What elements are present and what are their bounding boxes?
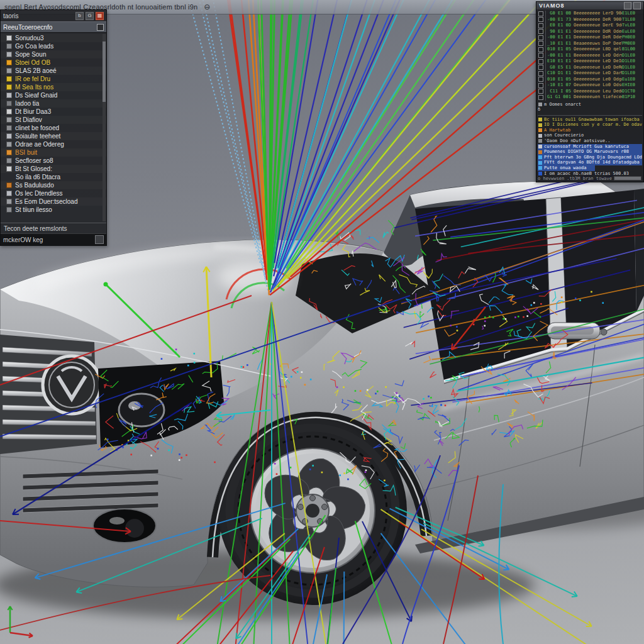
tree-item[interactable]: Dt Biur Daa3 [1, 108, 106, 116]
cell-desc: Oeeeeeeeee DdR Odeu [574, 29, 622, 35]
message-log: m Oomes onarctδBc tiis ou11 Gnawawbam to… [536, 101, 643, 182]
tree-filter-input[interactable]: mckerOW keg [1, 233, 106, 245]
cell-desc: Oeeeeeeeue LeD DarM [574, 70, 622, 77]
tree-item[interactable]: Iadoo tia [1, 99, 106, 108]
cell-value: EuLE0 [622, 29, 643, 35]
tree-item[interactable]: Ds Sieaf Gnaid [1, 91, 106, 99]
row-checkbox[interactable] [538, 47, 543, 52]
tree-item[interactable]: IR oe fel Dru [1, 75, 106, 83]
tree-item[interactable]: Sope Soun [1, 50, 106, 58]
tree-item-label: Bt St Glosed: [15, 165, 52, 172]
log-hscrollbar[interactable] [614, 176, 641, 180]
row-checkbox[interactable] [538, 89, 543, 94]
table-row[interactable]: G0 E5 E1Oeueeeoeue LeD DeRmD1LE0 [538, 65, 643, 71]
tree-item-label: Ss Badulusdo [15, 182, 54, 189]
log-line[interactable]: Putte onua waoda [538, 165, 595, 171]
row-checkbox[interactable] [538, 29, 543, 34]
tree-toolbar-icon[interactable]: b [75, 12, 84, 20]
door-handle [547, 323, 607, 339]
row-checkbox[interactable] [538, 65, 543, 70]
tree-item-label: Dt Biur Daa3 [15, 108, 51, 115]
row-checkbox[interactable] [538, 23, 543, 28]
row-checkbox[interactable] [538, 35, 543, 40]
cell-value: B1L00 [622, 47, 643, 53]
cell-value: T1LE0 [622, 17, 643, 23]
output-panel-title: VIAMO8 [539, 3, 622, 9]
row-checkbox[interactable] [538, 95, 543, 100]
tree-item[interactable]: Soiaulte teeheet [1, 132, 106, 140]
tree-item-label: Soiaulte teeheet [15, 133, 60, 140]
collapse-box-icon[interactable] [97, 24, 104, 31]
tree-item[interactable]: Os lec Dtendless [1, 189, 106, 197]
table-row[interactable]: G1 G1 001Deeeeeeuen tiefeceer'B1P10 [538, 94, 643, 101]
log-line-text: 'Oaom Doo nDuf aotsivue.. [544, 138, 610, 144]
log-line[interactable]: FVft dargvan 4o BDftd 14d Dfatadguba baS [538, 160, 642, 165]
tree-item[interactable]: So ila d6 Dtacra [1, 173, 106, 181]
table-row[interactable]: -00 E1 E1Beeeeeeeee LeD OdrmD1LE0 [538, 53, 643, 59]
table-row[interactable]: -00 E1 E1Deeeeeeeue DeR DdeyPH0E0 [538, 35, 643, 41]
tree-item[interactable]: Es Eom Duer:tsecload [1, 197, 106, 206]
tree-item-icon [6, 109, 12, 114]
tree-scrollbar[interactable] [103, 34, 106, 221]
window-menu-icon[interactable]: ⊖ [204, 3, 210, 11]
row-checkbox[interactable] [538, 17, 543, 22]
table-row[interactable]: _10 E1 E1Beaaeeeuws DoP DeeYPM0E0 [538, 41, 643, 47]
cell-id: C11 I 05 [545, 89, 574, 95]
tree-item-icon [6, 125, 12, 131]
tree-item[interactable]: St Diafiov [1, 116, 106, 124]
row-checkbox[interactable] [538, 11, 543, 16]
table-row[interactable]: C11 I 05Oeeeeeeaue Leu DedeImD1CT0 [538, 89, 643, 95]
tree-item-label: clinet be fosoed [15, 125, 59, 131]
tree-item[interactable]: St tiiun ilesso [1, 206, 106, 214]
row-checkbox[interactable] [538, 77, 543, 82]
tree-toolbar-icon[interactable]: G [86, 12, 94, 20]
tree-footer[interactable]: Tecon deete remslonts [1, 223, 106, 233]
panel-close-button[interactable] [633, 2, 641, 9]
cell-desc: Oeeeeeeaue Leu DedeIm [574, 89, 622, 95]
table-row[interactable]: E10 E1 E1Oeeeeeeeee LeD DeImD1LE0 [538, 58, 643, 65]
table-row[interactable]: G0 E1 0BBeeeeeeeee LerD 90e0dE1LE0 [538, 11, 643, 17]
tree-item-label: BSI buit [15, 149, 37, 156]
table-row[interactable]: E0 E1 0DOeeeeeeeue DerE 9ddeTvLE0 [538, 23, 643, 29]
tree-item[interactable]: SLAS 2B aoeé [1, 67, 106, 75]
log-line-text: o hevwwsen .tb3M bran towave vRe [538, 176, 623, 182]
tree-item-icon [6, 142, 12, 147]
tree-scroll-thumb[interactable] [103, 42, 106, 102]
table-row[interactable]: 010 E1 05Oeeeeeoeue Le0 OdguPEu1E0 [538, 77, 643, 83]
table-row[interactable]: -00 E1 73Weeeeeeeee DeR 900rdT1LE0 [538, 17, 643, 23]
log-line: 'Oaom Doo nDuf aotsivue.. [538, 138, 642, 144]
log-line[interactable]: Poumenes DIGHTO OG Maruovars r08 [538, 149, 642, 155]
filter-button[interactable] [95, 235, 104, 244]
cell-desc: Oeueeeoeue LeD DeRm [574, 65, 622, 71]
log-line[interactable]: cursonsoaf Mcrioft Gua kanrutuca [538, 144, 642, 150]
table-row[interactable]: -10 E1 07Oeueeeeeue Lo0 OdsuPEHIE0 [538, 82, 643, 89]
output-panel-titlebar[interactable]: VIAMO8 [536, 2, 643, 9]
tree-item[interactable]: Sonudou3 [1, 34, 106, 42]
table-row[interactable]: 90 E1 E1Oeeeeeeeee DdR OdeuEuLE0 [538, 29, 643, 35]
row-checkbox[interactable] [538, 71, 543, 76]
log-line: IO I Dicienes con y e coar m. De odavver… [538, 122, 642, 128]
row-checkbox[interactable] [538, 53, 543, 58]
tree-item[interactable]: Ss Badulusdo [1, 181, 106, 189]
log-line-text: A Hartwtab [544, 128, 570, 133]
tree-item[interactable]: Stoei Od OB [1, 58, 106, 67]
row-checkbox[interactable] [538, 59, 543, 64]
tree-toolbar-icon[interactable]: ▦ [96, 12, 104, 20]
table-row[interactable]: 010 E1 05Oeoeeeeeue L0D qelrrB1L00 [538, 47, 643, 53]
tree-item[interactable]: Odrae ae Odereg [1, 140, 106, 148]
panel-minimize-button[interactable] [624, 2, 631, 9]
tree-item[interactable]: clinet be fosoed [1, 124, 106, 132]
tree-selected-item[interactable]: ReeuTcoeroecnfo [1, 21, 106, 33]
tree-item-label: Es Eom Duer:tsecload [15, 198, 78, 205]
row-checkbox[interactable] [538, 41, 543, 46]
tree-item-icon [6, 68, 12, 74]
log-line[interactable]: Pft bterrwn 3o GBng Dja Doungacmd LOd [538, 155, 642, 160]
tree-item[interactable]: Secfloser so8 [1, 157, 106, 165]
tree-item[interactable]: M Sea Its nos [1, 83, 106, 91]
tree-item[interactable]: BSI buit [1, 148, 106, 157]
tree-item[interactable]: Go Coa leads [1, 42, 106, 50]
tree-item[interactable]: Bt St Glosed: [1, 165, 106, 173]
table-row[interactable]: C10 D1 E1Oeeeeeeeue LeD DarMD1LE0 [538, 70, 643, 77]
row-checkbox[interactable] [538, 83, 543, 88]
tree-item-label: St Diafiov [15, 116, 42, 123]
